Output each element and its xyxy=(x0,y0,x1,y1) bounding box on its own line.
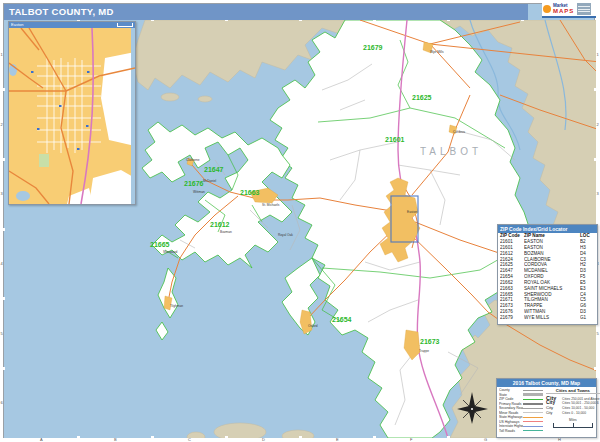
grid-column-label: H xyxy=(558,438,561,442)
grid-tick xyxy=(225,436,228,438)
grid-row-label: 1 xyxy=(1,53,3,57)
town-label: McDaniel xyxy=(203,179,217,183)
grid-tick xyxy=(3,88,5,91)
grid-tick xyxy=(77,436,80,438)
grid-row-label: 5 xyxy=(1,332,3,336)
talbot-county-map-page: { "title_bar": { "title": "TALBOT COUNTY… xyxy=(0,0,600,442)
cities-and-towns-header: Cities and Towns xyxy=(546,388,600,394)
grid-row-label: 2 xyxy=(1,123,3,127)
town-label: Cordova xyxy=(453,130,465,134)
town-label: Oxford xyxy=(308,324,318,328)
grid-column-label: F xyxy=(410,438,412,442)
grid-tick xyxy=(151,436,154,438)
logo-globe-icon xyxy=(543,5,551,13)
easton-inset-map: Easton xyxy=(8,21,136,205)
scale-label: Miles xyxy=(546,418,600,422)
zip-code-label: 21665 xyxy=(150,241,170,248)
grid-tick xyxy=(299,436,302,438)
grid-tick xyxy=(447,436,450,438)
zip-code-label: 21625 xyxy=(412,94,432,101)
legend-title: 2016 Talbot County, MD Map xyxy=(497,379,596,387)
legend-line-item: Toll Roads xyxy=(499,429,543,434)
zip-code-label: 21654 xyxy=(332,316,352,323)
zip-code-label: 21612 xyxy=(210,221,230,228)
grid-tick xyxy=(3,228,5,231)
logo-text-block xyxy=(577,3,591,15)
grid-column-label: A xyxy=(40,438,43,442)
town-label: Wittman xyxy=(193,190,205,194)
town-label: Bozman xyxy=(220,230,232,234)
town-label: Trappe xyxy=(419,349,429,353)
legend-panel: 2016 Talbot County, MD Map CountyStateZI… xyxy=(496,378,597,438)
town-label: St. Michaels xyxy=(262,203,280,207)
inset-street-map xyxy=(9,28,135,204)
logo-brand-bottom: MAPS xyxy=(553,8,574,14)
grid-row-label: 5 xyxy=(597,332,599,336)
city-class-item: CityCities 0 - 10,000 xyxy=(546,411,600,416)
grid-tick xyxy=(594,88,596,91)
grid-row-label: 3 xyxy=(1,192,3,196)
city-items: CityCities 250,001 and AboveCityCities 5… xyxy=(546,395,600,416)
grid-column-label: G xyxy=(484,438,487,442)
inset-scale-icon xyxy=(117,23,133,27)
zip-index-panel: ZIP Code Index/Grid Locator ZIP Code ZIP… xyxy=(497,224,598,325)
zip-code-label: 21673 xyxy=(420,338,440,345)
grid-tick xyxy=(3,158,5,161)
zip-table-body: 21601EASTONB221601EASTONH321612BOZMAND42… xyxy=(498,239,597,321)
grid-tick xyxy=(3,297,5,300)
town-label: Royal Oak xyxy=(278,233,293,237)
town-label: Tilghman xyxy=(170,304,183,308)
town-label: Sherwood xyxy=(163,250,178,254)
town-label: Wye Mills xyxy=(430,50,444,54)
legend-lines: CountyStateZIP CodePrimary RoadsSecondar… xyxy=(499,388,543,433)
grid-column-label: C xyxy=(188,438,191,442)
grid-tick xyxy=(594,367,596,370)
zip-code-label: 21679 xyxy=(363,44,383,51)
scale-bar-graphic xyxy=(553,423,593,428)
grid-tick xyxy=(594,158,596,161)
grid-row-label: 4 xyxy=(1,262,3,266)
town-label: Claiborne xyxy=(186,158,200,162)
town-label: Easton xyxy=(407,210,417,214)
zip-index-header: ZIP Code Index/Grid Locator xyxy=(498,225,597,233)
zip-code-label: 21601 xyxy=(385,136,405,143)
county-name-label: TALBOT xyxy=(420,146,482,157)
grid-tick xyxy=(3,367,5,370)
grid-tick xyxy=(373,436,376,438)
zip-code-label: 21663 xyxy=(240,189,260,196)
zip-code-label: 21647 xyxy=(204,166,224,173)
scale-bar: Miles xyxy=(546,418,600,428)
grid-column-label: B xyxy=(114,438,117,442)
grid-row-label: 6 xyxy=(1,401,3,405)
grid-column-label: E xyxy=(336,438,339,442)
grid-row-label: 1 xyxy=(597,53,599,57)
marketmaps-logo: Market MAPS xyxy=(542,2,596,18)
legend-cities: Cities and Towns CityCities 250,001 and … xyxy=(543,388,600,433)
grid-row-label: 3 xyxy=(597,192,599,196)
page-title: TALBOT COUNTY, MD xyxy=(4,4,528,20)
grid-column-label: D xyxy=(262,438,265,442)
zip-code-label: 21676 xyxy=(184,180,204,187)
table-row: 21679WYE MILLSG1 xyxy=(498,315,597,321)
grid-row-label: 2 xyxy=(597,123,599,127)
